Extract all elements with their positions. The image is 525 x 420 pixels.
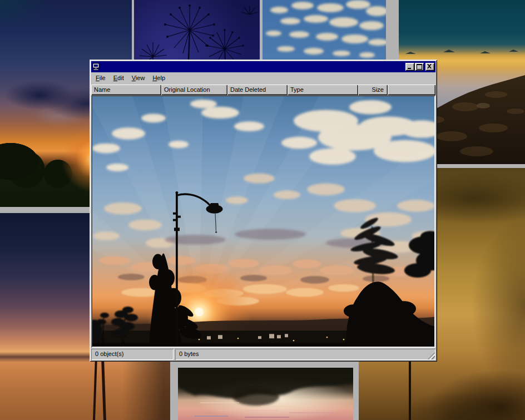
column-header-row: Name Original Location Date Deleted Type… [91,85,435,95]
status-byte-count: 0 bytes [175,349,435,360]
column-header-type[interactable]: Type [288,85,358,95]
column-header-size[interactable]: Size [358,85,388,95]
menu-help[interactable]: Help [148,73,169,83]
column-header-date-deleted[interactable]: Date Deleted [227,85,288,95]
column-header-original-location[interactable]: Original Location [161,85,227,95]
minimize-icon [408,68,411,69]
close-icon [427,64,432,68]
menu-file[interactable]: File [92,73,110,83]
recycle-bin-window: File Edit View Help Name Original Locati… [90,60,437,362]
maximize-button[interactable] [415,63,424,71]
list-background-sunset-photo [92,96,434,347]
status-object-count: 0 object(s) [91,349,174,360]
wallpaper-photo-water-reflections [178,368,353,420]
maximize-icon [417,64,422,70]
minimize-button[interactable] [405,63,414,71]
status-bar: 0 object(s) 0 bytes [91,348,435,360]
column-header-filler [388,85,435,95]
menu-bar: File Edit View Help [91,72,435,85]
menu-edit[interactable]: Edit [110,73,128,83]
file-list-area[interactable] [91,95,435,348]
sunset-lamp-photo-art [92,96,434,347]
lake-pole-silhouette [101,359,106,420]
column-header-name[interactable]: Name [91,85,161,95]
status-byte-text: 0 bytes [179,350,199,357]
resize-grip-icon[interactable] [428,352,435,359]
computer-icon[interactable] [92,63,100,71]
close-button[interactable] [425,63,434,71]
desktop: File Edit View Help Name Original Locati… [0,0,525,420]
lake-pole-silhouette [93,357,97,420]
title-bar[interactable] [91,61,435,72]
menu-view[interactable]: View [128,73,149,83]
reflection-photo-art [178,368,353,420]
